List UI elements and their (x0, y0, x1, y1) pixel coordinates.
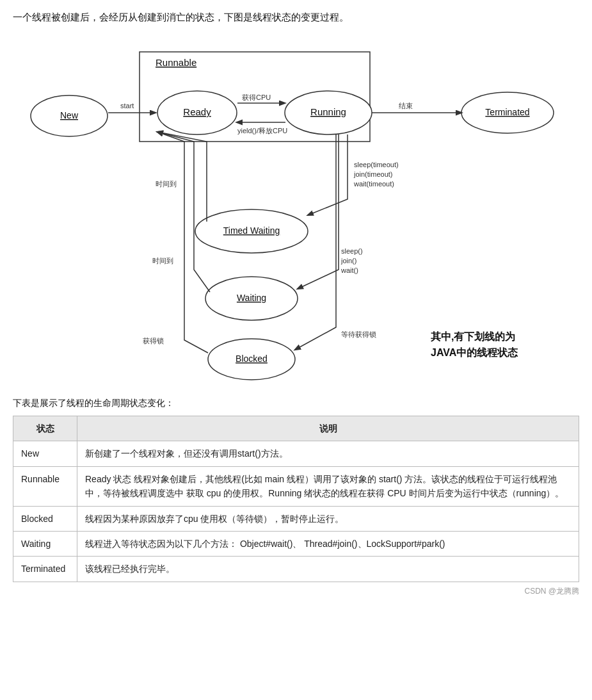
desc-cell: 线程因为某种原因放弃了cpu 使用权（等待锁），暂时停止运行。 (77, 506, 579, 531)
svg-text:start: start (120, 102, 134, 110)
col-header-desc: 说明 (77, 416, 579, 441)
state-cell: New (13, 441, 77, 466)
svg-text:yield()/释放CPU: yield()/释放CPU (237, 127, 287, 134)
state-cell: Runnable (13, 466, 77, 506)
desc-cell: 该线程已经执行完毕。 (77, 557, 579, 582)
svg-text:其中,有下划线的为: 其中,有下划线的为 (431, 331, 515, 342)
svg-text:Terminated: Terminated (485, 107, 529, 117)
svg-text:sleep(timeout): sleep(timeout) (354, 161, 399, 168)
lifecycle-table: 状态 说明 New新创建了一个线程对象，但还没有调用start()方法。Runn… (13, 416, 579, 582)
desc-cell: Ready 状态 线程对象创建后，其他线程(比如 main 线程）调用了该对象的… (77, 466, 579, 506)
desc-cell: 线程进入等待状态因为以下几个方法： Object#wait()、 Thread#… (77, 531, 579, 556)
table-row: RunnableReady 状态 线程对象创建后，其他线程(比如 main 线程… (13, 466, 579, 506)
svg-text:获得锁: 获得锁 (143, 337, 164, 345)
svg-text:Running: Running (310, 106, 346, 117)
state-cell: Terminated (13, 557, 77, 582)
state-cell: Blocked (13, 506, 77, 531)
svg-text:等待获得锁: 等待获得锁 (341, 330, 376, 338)
svg-text:New: New (60, 110, 78, 120)
state-diagram: Runnable New Ready Running Terminated Ti… (21, 33, 572, 391)
svg-text:时间到: 时间到 (156, 180, 177, 188)
table-row: Waiting线程进入等待状态因为以下几个方法： Object#wait()、 … (13, 531, 579, 556)
desc-cell: 新创建了一个线程对象，但还没有调用start()方法。 (77, 441, 579, 466)
svg-text:Waiting: Waiting (236, 293, 266, 303)
table-row: Terminated该线程已经执行完毕。 (13, 557, 579, 582)
svg-text:wait(timeout): wait(timeout) (353, 180, 394, 188)
svg-text:JAVA中的线程状态: JAVA中的线程状态 (431, 347, 518, 358)
svg-text:时间到: 时间到 (152, 257, 173, 265)
svg-text:Ready: Ready (183, 106, 211, 117)
svg-text:wait(): wait() (340, 266, 358, 274)
state-cell: Waiting (13, 531, 77, 556)
svg-text:获得CPU: 获得CPU (242, 94, 271, 101)
svg-text:Timed Waiting: Timed Waiting (223, 225, 279, 236)
intro-text: 一个线程被创建后，会经历从创建到消亡的状态，下图是线程状态的变更过程。 (13, 12, 579, 24)
svg-text:sleep(): sleep() (341, 247, 363, 255)
table-row: New新创建了一个线程对象，但还没有调用start()方法。 (13, 441, 579, 466)
watermark: CSDN @龙腾腾 (13, 586, 579, 597)
svg-text:结束: 结束 (399, 102, 413, 110)
svg-text:Runnable: Runnable (156, 57, 196, 68)
table-intro: 下表是展示了线程的生命周期状态变化： (13, 398, 579, 409)
svg-text:join(timeout): join(timeout) (353, 170, 393, 178)
svg-text:Blocked: Blocked (236, 354, 268, 364)
table-row: Blocked线程因为某种原因放弃了cpu 使用权（等待锁），暂时停止运行。 (13, 506, 579, 531)
svg-text:join(): join() (340, 257, 356, 265)
col-header-state: 状态 (13, 416, 77, 441)
